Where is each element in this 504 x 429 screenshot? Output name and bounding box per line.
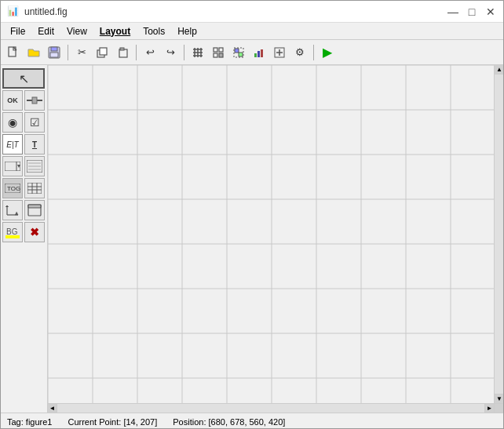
static-text-tool[interactable]: T bbox=[24, 134, 45, 155]
redo-button[interactable]: ↪ bbox=[161, 43, 180, 62]
maximize-button[interactable]: □ bbox=[466, 5, 478, 18]
open-button[interactable] bbox=[24, 43, 43, 62]
cut-button[interactable]: ✂ bbox=[72, 43, 91, 62]
panel-tool[interactable] bbox=[24, 200, 45, 220]
sep2 bbox=[136, 45, 137, 60]
scrollbar-right[interactable]: ▲ ▼ bbox=[494, 65, 503, 403]
toolbar: ✂ ↩ ↪ ⚙ ▶ bbox=[1, 40, 503, 65]
menu-help[interactable]: Help bbox=[171, 24, 203, 38]
lt-row-3: E|T T bbox=[2, 134, 46, 155]
popup-tool[interactable] bbox=[2, 156, 23, 176]
lt-row-5: TOG bbox=[2, 178, 46, 198]
undo-button[interactable]: ↩ bbox=[141, 43, 159, 62]
status-position: Position: [680, 678, 560, 420] bbox=[173, 417, 285, 427]
menu-file[interactable]: File bbox=[4, 24, 31, 38]
checkbox-tool[interactable]: ☑ bbox=[24, 112, 45, 133]
save-button[interactable] bbox=[45, 43, 64, 62]
menu-layout[interactable]: Layout bbox=[93, 24, 137, 38]
run-button[interactable]: ▶ bbox=[318, 43, 337, 62]
svg-rect-2 bbox=[51, 47, 57, 51]
title-left: 📊 untitled.fig bbox=[7, 5, 68, 18]
select-tool-button[interactable]: ↖ bbox=[2, 68, 45, 89]
lt-row-1: OK bbox=[2, 90, 46, 111]
svg-rect-19 bbox=[239, 53, 243, 56]
pushbutton-tool[interactable]: OK bbox=[2, 90, 23, 111]
svg-rect-23 bbox=[261, 49, 263, 57]
svg-rect-15 bbox=[219, 48, 223, 52]
radio-tool[interactable]: ◉ bbox=[2, 112, 23, 133]
snap-button[interactable] bbox=[209, 43, 228, 62]
svg-rect-14 bbox=[214, 48, 217, 52]
scroll-down-button[interactable]: ▼ bbox=[495, 394, 503, 403]
title-buttons: — □ ✕ bbox=[447, 5, 497, 18]
paste-button[interactable] bbox=[113, 43, 132, 62]
position-value: [680, 678, 560, 420] bbox=[209, 417, 286, 427]
grid-canvas bbox=[48, 65, 494, 403]
svg-rect-3 bbox=[50, 53, 58, 57]
svg-rect-21 bbox=[254, 53, 257, 57]
canvas-wrapper: ▲ ▼ ◄ ► bbox=[48, 65, 503, 413]
lt-row-6 bbox=[2, 200, 46, 220]
current-point-label: Current Point: bbox=[68, 417, 121, 427]
position-label: Position: bbox=[173, 417, 206, 427]
scroll-left-button[interactable]: ◄ bbox=[48, 404, 57, 413]
title-bar: 📊 untitled.fig — □ ✕ bbox=[1, 1, 503, 23]
svg-rect-5 bbox=[100, 48, 107, 55]
svg-rect-7 bbox=[120, 48, 124, 50]
scroll-up-button[interactable]: ▲ bbox=[495, 65, 503, 75]
toggle-tool[interactable]: TOG bbox=[2, 178, 23, 198]
svg-text:TOG: TOG bbox=[7, 185, 20, 192]
left-toolbar: ↖ OK ◉ ☑ E|T T bbox=[1, 65, 48, 413]
new-button[interactable] bbox=[4, 43, 23, 62]
menu-bar: File Edit View Layout Tools Help bbox=[1, 23, 503, 40]
copy-button[interactable] bbox=[93, 43, 111, 62]
listbox-tool[interactable] bbox=[24, 156, 45, 176]
menu-edit[interactable]: Edit bbox=[31, 24, 60, 38]
close-button[interactable]: ✕ bbox=[484, 5, 497, 18]
svg-rect-18 bbox=[235, 49, 239, 53]
lt-row-2: ◉ ☑ bbox=[2, 112, 46, 133]
insert-button[interactable] bbox=[270, 43, 289, 62]
delete-tool[interactable]: ✖ bbox=[24, 222, 45, 242]
align-button[interactable] bbox=[188, 43, 207, 62]
title-text: untitled.fig bbox=[24, 6, 68, 17]
status-current-point: Current Point: [14, 207] bbox=[68, 417, 157, 427]
axes-tool[interactable] bbox=[2, 200, 23, 220]
minimize-button[interactable]: — bbox=[447, 5, 459, 18]
svg-rect-47 bbox=[5, 235, 20, 238]
scrollbar-bottom[interactable]: ◄ ► bbox=[48, 403, 494, 413]
menu-view[interactable]: View bbox=[60, 24, 93, 38]
svg-rect-45 bbox=[28, 205, 41, 208]
svg-text:BG: BG bbox=[6, 227, 18, 236]
menu-tools[interactable]: Tools bbox=[137, 24, 171, 38]
lt-row-7: BG ✖ bbox=[2, 222, 46, 242]
svg-rect-28 bbox=[32, 97, 37, 104]
properties-button[interactable]: ⚙ bbox=[290, 43, 309, 62]
lt-row-4 bbox=[2, 156, 46, 176]
lt-row-select: ↖ bbox=[2, 68, 46, 89]
svg-rect-17 bbox=[219, 53, 223, 57]
canvas-area[interactable] bbox=[48, 65, 494, 403]
svg-rect-37 bbox=[27, 183, 42, 194]
app-icon: 📊 bbox=[7, 5, 20, 18]
svg-rect-16 bbox=[214, 53, 217, 57]
edit-text-tool[interactable]: E|T bbox=[2, 134, 23, 155]
svg-rect-22 bbox=[257, 51, 260, 57]
table-tool[interactable] bbox=[24, 178, 45, 198]
sep4 bbox=[313, 45, 314, 60]
current-point-value: [14, 207] bbox=[123, 417, 157, 427]
main-area: ↖ OK ◉ ☑ E|T T bbox=[1, 65, 503, 413]
sep3 bbox=[184, 45, 184, 60]
bg-color-tool[interactable]: BG bbox=[2, 222, 23, 242]
status-tag: Tag: figure1 bbox=[7, 417, 52, 427]
group-button[interactable] bbox=[229, 43, 248, 62]
slider-tool[interactable] bbox=[24, 90, 45, 111]
chart-button[interactable] bbox=[250, 43, 268, 62]
scroll-right-button[interactable]: ► bbox=[484, 404, 494, 413]
sep1 bbox=[68, 45, 68, 60]
scrollbar-corner bbox=[494, 403, 503, 413]
status-bar: Tag: figure1 Current Point: [14, 207] Po… bbox=[1, 413, 503, 429]
